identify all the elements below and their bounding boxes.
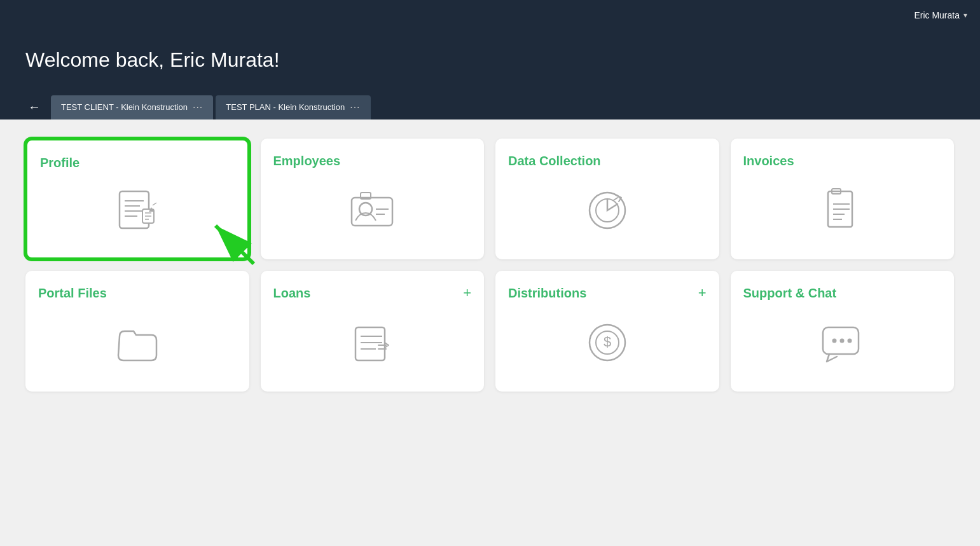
back-button[interactable]: ←	[25, 95, 43, 119]
tile-invoices[interactable]: Invoices	[731, 139, 955, 259]
welcome-section: Welcome back, Eric Murata!	[0, 31, 980, 95]
tab-plan[interactable]: TEST PLAN - Klein Konstruction ···	[216, 95, 370, 119]
svg-rect-25	[355, 327, 385, 360]
tile-icon-invoices	[743, 181, 942, 239]
tile-title-support-chat: Support & Chat	[743, 286, 837, 301]
svg-line-9	[153, 203, 156, 205]
tab-client[interactable]: TEST CLIENT - Klein Konstruction ···	[51, 95, 213, 119]
tab-plan-dots: ···	[350, 102, 360, 113]
tab-plan-label: TEST PLAN - Klein Konstruction	[226, 102, 345, 112]
tab-bar: ← TEST CLIENT - Klein Konstruction ··· T…	[0, 95, 980, 119]
tile-icon-employees	[273, 181, 472, 239]
tile-icon-distributions: $	[508, 313, 707, 371]
svg-point-33	[832, 338, 837, 343]
main-content: Profile Employees	[0, 119, 980, 411]
tile-icon-support-chat	[743, 313, 942, 371]
tile-title-profile: Profile	[40, 156, 79, 170]
tile-support-chat[interactable]: Support & Chat	[731, 271, 955, 392]
svg-point-34	[840, 338, 845, 343]
welcome-title: Welcome back, Eric Murata!	[25, 48, 955, 72]
tiles-grid: Profile Employees	[25, 139, 954, 392]
svg-point-35	[848, 338, 852, 343]
user-menu[interactable]: Eric Murata ▾	[914, 10, 967, 20]
tile-loans[interactable]: Loans +	[261, 271, 485, 392]
top-bar: Eric Murata ▾	[0, 0, 980, 31]
svg-line-18	[614, 198, 618, 200]
tile-plus-loans[interactable]: +	[463, 285, 471, 301]
svg-text:$: $	[604, 334, 611, 350]
tile-employees[interactable]: Employees	[261, 139, 485, 259]
tile-icon-portal-files	[38, 313, 237, 371]
tile-icon-profile	[40, 183, 235, 237]
tile-profile[interactable]: Profile	[25, 139, 249, 259]
tile-title-data-collection: Data Collection	[508, 154, 601, 168]
user-name: Eric Murata	[914, 10, 960, 20]
tile-title-distributions: Distributions	[508, 286, 586, 301]
tile-icon-data-collection	[508, 181, 707, 239]
tile-data-collection[interactable]: Data Collection	[495, 139, 719, 259]
tile-title-employees: Employees	[273, 154, 341, 168]
chevron-down-icon: ▾	[963, 11, 967, 20]
tile-plus-distributions[interactable]: +	[698, 285, 707, 301]
tile-distributions[interactable]: Distributions + $	[495, 271, 719, 392]
tile-title-loans: Loans	[273, 286, 311, 301]
tab-client-dots: ···	[193, 102, 203, 113]
tile-portal-files[interactable]: Portal Files	[25, 271, 249, 392]
tile-title-portal-files: Portal Files	[38, 286, 107, 301]
tile-icon-loans	[273, 313, 472, 371]
tile-title-invoices: Invoices	[743, 154, 794, 168]
tab-client-label: TEST CLIENT - Klein Konstruction	[61, 102, 188, 112]
